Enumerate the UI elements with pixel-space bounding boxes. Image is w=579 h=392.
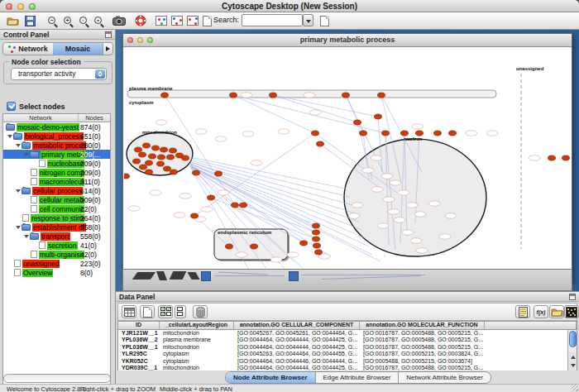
network-node[interactable] bbox=[139, 152, 146, 157]
table-row[interactable]: YPL036W__1mitochondrion[GO:0044464, GO:0… bbox=[118, 344, 577, 351]
network-view-window[interactable]: primary metabolic process plasma membran… bbox=[122, 33, 572, 282]
save-icon[interactable] bbox=[22, 13, 38, 28]
network-node[interactable] bbox=[170, 170, 178, 174]
network-node[interactable] bbox=[382, 131, 390, 136]
load-attributes-icon[interactable] bbox=[549, 305, 564, 318]
expand-arrow-icon[interactable] bbox=[16, 226, 21, 229]
network-node[interactable] bbox=[378, 93, 385, 98]
tree-row[interactable]: secretion41(0) bbox=[3, 241, 110, 250]
scroll-arrows[interactable] bbox=[567, 352, 577, 370]
expand-arrow-icon[interactable] bbox=[24, 235, 29, 238]
attribute-table-icon[interactable] bbox=[122, 305, 136, 318]
network-node[interactable] bbox=[208, 195, 215, 200]
network-node[interactable] bbox=[313, 223, 320, 228]
attribute-table-header[interactable]: ID _cellularLayoutRegion annotation.GO C… bbox=[118, 322, 577, 330]
network-node[interactable] bbox=[149, 154, 156, 159]
edge[interactable] bbox=[273, 95, 378, 117]
float-panel-icon[interactable] bbox=[105, 31, 112, 38]
tree-row[interactable]: multi-organism pro42(0) bbox=[3, 250, 110, 259]
expand-arrow-icon[interactable] bbox=[7, 135, 12, 138]
network-node[interactable] bbox=[146, 160, 153, 165]
network-node[interactable] bbox=[375, 114, 382, 119]
network-window-titlebar[interactable]: primary metabolic process bbox=[123, 34, 572, 47]
tab-edge-attribute-browser[interactable]: Edge Attribute Browser bbox=[316, 372, 400, 383]
zoom-out-icon[interactable]: − bbox=[45, 13, 60, 28]
table-row[interactable]: YLR295Ccytoplasm[GO:0045263, GO:0044464,… bbox=[118, 351, 577, 357]
zoom-fit-icon[interactable]: ▪ bbox=[91, 13, 107, 28]
network-node[interactable] bbox=[167, 155, 175, 160]
network-node[interactable] bbox=[232, 203, 239, 208]
network-node[interactable] bbox=[354, 120, 361, 125]
edge[interactable] bbox=[190, 167, 256, 282]
network-node[interactable] bbox=[562, 155, 570, 160]
help-icon[interactable] bbox=[132, 13, 148, 28]
network-node[interactable] bbox=[240, 203, 247, 208]
network-node[interactable] bbox=[317, 141, 324, 146]
float-panel-icon[interactable] bbox=[569, 294, 576, 300]
edge[interactable] bbox=[190, 164, 318, 282]
network-canvas[interactable]: plasma membranecytoplasmmitochondrionnuc… bbox=[124, 48, 572, 282]
network-node[interactable] bbox=[313, 237, 320, 241]
network-node[interactable] bbox=[124, 174, 130, 179]
network-node[interactable] bbox=[416, 131, 423, 136]
edge[interactable] bbox=[243, 205, 316, 232]
tree-row[interactable]: unassigned223(0) bbox=[3, 259, 110, 268]
tree-row[interactable]: establishment of lo558(0) bbox=[3, 222, 110, 232]
tree-row[interactable]: transport558(0) bbox=[3, 232, 110, 241]
edge[interactable] bbox=[233, 95, 385, 133]
network-node[interactable] bbox=[313, 243, 321, 248]
network-node[interactable] bbox=[164, 166, 171, 171]
network-node[interactable] bbox=[170, 148, 177, 153]
vizmapper-icon[interactable] bbox=[153, 13, 169, 28]
network-node[interactable] bbox=[434, 131, 442, 136]
network-node[interactable] bbox=[251, 244, 258, 249]
edge[interactable] bbox=[190, 162, 356, 213]
network-node[interactable] bbox=[300, 241, 308, 246]
network-node[interactable] bbox=[312, 131, 319, 136]
tree-row[interactable]: Overview8(0) bbox=[3, 268, 110, 277]
expand-arrow-icon[interactable] bbox=[16, 189, 21, 193]
search-input[interactable] bbox=[242, 14, 303, 26]
network-node[interactable] bbox=[449, 131, 457, 136]
zoom-selected-icon[interactable]: ▫ bbox=[76, 13, 92, 28]
snapshot-icon[interactable] bbox=[111, 13, 127, 28]
network-node[interactable] bbox=[226, 244, 233, 249]
edge[interactable] bbox=[273, 95, 357, 122]
network-node[interactable] bbox=[193, 170, 200, 175]
tree-row[interactable]: cell communicat22(0) bbox=[3, 204, 110, 213]
edge[interactable] bbox=[190, 162, 359, 222]
search-dropdown-icon[interactable] bbox=[303, 14, 313, 26]
tab-node-attribute-browser[interactable]: Node Attribute Browser bbox=[226, 372, 316, 383]
network-node[interactable] bbox=[401, 131, 409, 136]
table-row[interactable]: YPL036W__2plasma membrane[GO:0044464, GO… bbox=[118, 337, 577, 343]
network-node[interactable] bbox=[230, 93, 237, 98]
tree-row[interactable]: nucleobase-209(0) bbox=[3, 159, 110, 168]
expand-arrow-icon[interactable] bbox=[24, 153, 29, 156]
new-attribute-icon[interactable] bbox=[140, 305, 155, 318]
resize-grip-icon[interactable] bbox=[572, 385, 578, 391]
network-node[interactable] bbox=[158, 155, 165, 160]
network-node[interactable] bbox=[157, 161, 165, 166]
merge-networks-icon-b[interactable] bbox=[184, 13, 200, 28]
network-node[interactable] bbox=[313, 230, 320, 235]
edge[interactable] bbox=[190, 165, 316, 239]
merge-networks-icon-a[interactable] bbox=[169, 13, 184, 28]
tree-row[interactable]: mosaic-demo-yeast874(0) bbox=[3, 122, 110, 131]
network-node[interactable] bbox=[342, 93, 350, 98]
scrollbar-thumb[interactable] bbox=[569, 331, 577, 347]
network-node[interactable] bbox=[146, 170, 153, 174]
expand-arrow-icon[interactable] bbox=[16, 144, 21, 147]
network-node[interactable] bbox=[140, 165, 147, 170]
title-bar[interactable]: Cytoscape Desktop (New Session) bbox=[0, 0, 579, 12]
network-node[interactable] bbox=[315, 250, 323, 255]
network-node[interactable] bbox=[160, 147, 168, 152]
search-options-icon[interactable] bbox=[317, 13, 333, 28]
tree-row[interactable]: cellular process614(0) bbox=[3, 186, 110, 195]
node-color-select[interactable]: transporter activity bbox=[11, 68, 107, 80]
network-node[interactable] bbox=[548, 155, 556, 160]
tree-row[interactable]: nitrogen compo209(0) bbox=[3, 168, 110, 177]
open-icon[interactable] bbox=[5, 13, 21, 28]
tab-network[interactable]: Network bbox=[3, 43, 53, 55]
tree-row[interactable]: cellular metabo209(0) bbox=[3, 195, 110, 204]
combo-stepper-icon[interactable] bbox=[95, 69, 105, 79]
